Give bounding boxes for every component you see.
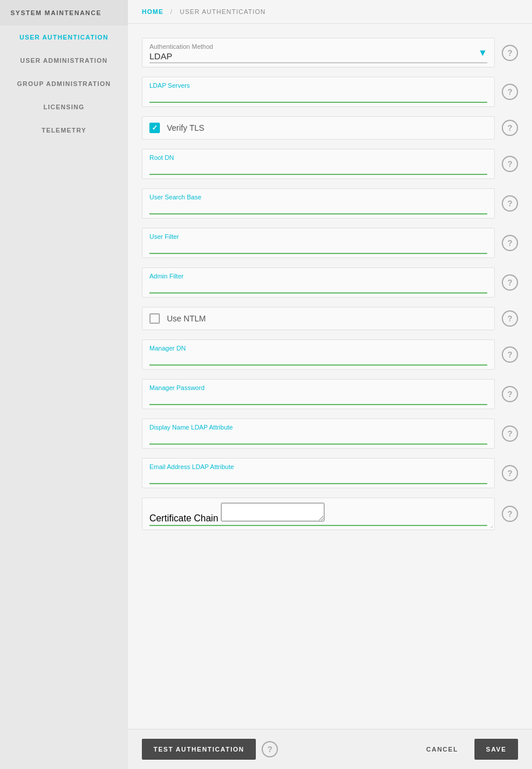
email-address-ldap-row: Email Address LDAP Attribute ? (142, 458, 518, 488)
verify-tls-label: Verify TLS (167, 123, 204, 133)
resize-handle-icon: ⌟ (490, 522, 493, 528)
certificate-chain-help-icon[interactable]: ? (502, 506, 518, 522)
breadcrumb-home[interactable]: HOME (142, 8, 163, 15)
user-search-base-field: User Search Base (142, 188, 495, 219)
display-name-ldap-row: Display Name LDAP Attribute ? (142, 419, 518, 449)
root-dn-field: Root DN (142, 149, 495, 179)
certificate-chain-label: Certificate Chain (149, 513, 218, 523)
ldap-servers-field: LDAP Servers (142, 77, 495, 107)
form-content: Authentication Method LDAP ▼ ? LDAP Serv… (128, 24, 532, 729)
authentication-method-help-icon[interactable]: ? (502, 45, 518, 61)
footer-right: CANCEL SAVE (415, 739, 518, 760)
display-name-ldap-field: Display Name LDAP Attribute (142, 419, 495, 449)
breadcrumb-separator: / (170, 8, 173, 15)
user-filter-label: User Filter (149, 233, 487, 240)
sidebar-item-telemetry[interactable]: TELEMETRY (0, 119, 128, 142)
sidebar-item-licensing[interactable]: LICENSING (0, 95, 128, 119)
breadcrumb-current: USER AUTHENTICATION (180, 8, 266, 15)
display-name-ldap-input[interactable] (149, 432, 487, 442)
manager-password-help-icon[interactable]: ? (502, 386, 518, 402)
verify-tls-row: Verify TLS ? (142, 116, 518, 140)
certificate-chain-field: Certificate Chain ⌟ (142, 498, 495, 530)
user-filter-input[interactable] (149, 242, 487, 251)
manager-dn-input[interactable] (149, 353, 487, 363)
root-dn-row: Root DN ? (142, 149, 518, 179)
footer-left: TEST AUTHENTICATION ? (142, 739, 278, 760)
use-ntlm-checkbox[interactable] (149, 313, 160, 324)
verify-tls-checkbox[interactable] (149, 123, 160, 133)
manager-password-row: Manager Password ? (142, 379, 518, 409)
user-search-base-row: User Search Base ? (142, 188, 518, 219)
manager-password-field: Manager Password (142, 379, 495, 409)
admin-filter-field: Admin Filter (142, 267, 495, 298)
use-ntlm-area: Use NTLM (142, 307, 495, 330)
manager-dn-row: Manager DN ? (142, 339, 518, 370)
sidebar-item-user-administration[interactable]: USER ADMINISTRATION (0, 49, 128, 72)
authentication-method-label: Authentication Method (149, 43, 487, 50)
certificate-chain-input[interactable] (221, 503, 324, 521)
ldap-servers-row: LDAP Servers ? (142, 77, 518, 107)
test-authentication-help-icon[interactable]: ? (262, 741, 278, 757)
user-search-base-input[interactable] (149, 202, 487, 212)
sidebar-item-group-administration[interactable]: GROUP ADMINISTRATION (0, 72, 128, 95)
verify-tls-help-icon[interactable]: ? (502, 120, 518, 136)
save-button[interactable]: SAVE (474, 739, 518, 760)
root-dn-help-icon[interactable]: ? (502, 156, 518, 172)
sidebar: SYSTEM MAINTENANCE USER AUTHENTICATION U… (0, 0, 128, 769)
certificate-chain-row: Certificate Chain ⌟ ? (142, 498, 518, 530)
manager-dn-label: Manager DN (149, 345, 487, 352)
root-dn-label: Root DN (149, 154, 487, 161)
admin-filter-input[interactable] (149, 281, 487, 291)
ldap-servers-input[interactable] (149, 91, 487, 100)
test-authentication-button[interactable]: TEST AUTHENTICATION (142, 739, 256, 760)
display-name-ldap-label: Display Name LDAP Attribute (149, 424, 487, 431)
use-ntlm-row: Use NTLM ? (142, 307, 518, 330)
sidebar-title: SYSTEM MAINTENANCE (0, 0, 128, 26)
admin-filter-help-icon[interactable]: ? (502, 274, 518, 291)
use-ntlm-label: Use NTLM (167, 314, 206, 323)
ldap-servers-help-icon[interactable]: ? (502, 84, 518, 100)
use-ntlm-help-icon[interactable]: ? (502, 310, 518, 327)
manager-dn-field: Manager DN (142, 339, 495, 370)
user-filter-row: User Filter ? (142, 228, 518, 258)
cancel-button[interactable]: CANCEL (415, 739, 470, 760)
user-filter-help-icon[interactable]: ? (502, 235, 518, 251)
display-name-ldap-help-icon[interactable]: ? (502, 425, 518, 442)
email-address-ldap-field: Email Address LDAP Attribute (142, 458, 495, 488)
manager-password-label: Manager Password (149, 384, 487, 391)
breadcrumb: HOME / USER AUTHENTICATION (128, 0, 532, 24)
user-search-base-label: User Search Base (149, 194, 487, 201)
verify-tls-area: Verify TLS (142, 116, 495, 140)
dropdown-arrow-icon: ▼ (478, 48, 487, 58)
user-search-base-help-icon[interactable]: ? (502, 195, 518, 212)
authentication-method-row: Authentication Method LDAP ▼ ? (142, 38, 518, 67)
email-address-ldap-label: Email Address LDAP Attribute (149, 463, 487, 470)
email-address-ldap-help-icon[interactable]: ? (502, 465, 518, 481)
sidebar-item-user-authentication[interactable]: USER AUTHENTICATION (0, 26, 128, 49)
user-filter-field: User Filter (142, 228, 495, 258)
footer-bar: TEST AUTHENTICATION ? CANCEL SAVE (128, 729, 532, 769)
manager-password-input[interactable] (149, 393, 487, 402)
ldap-servers-label: LDAP Servers (149, 82, 487, 89)
manager-dn-help-icon[interactable]: ? (502, 346, 518, 363)
email-address-ldap-input[interactable] (149, 472, 487, 481)
root-dn-input[interactable] (149, 163, 487, 172)
admin-filter-row: Admin Filter ? (142, 267, 518, 298)
authentication-method-value: LDAP (149, 51, 487, 61)
main-content: HOME / USER AUTHENTICATION Authenticatio… (128, 0, 532, 769)
admin-filter-label: Admin Filter (149, 273, 487, 280)
authentication-method-dropdown[interactable]: Authentication Method LDAP ▼ (142, 38, 495, 67)
